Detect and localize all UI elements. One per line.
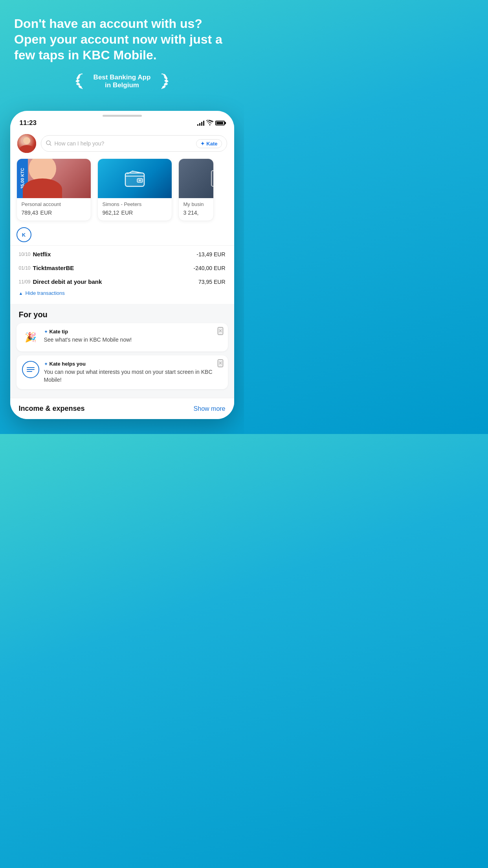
points-badge: 35,00 KTC	[17, 159, 28, 198]
for-you-title: For you	[10, 304, 234, 323]
svg-point-1	[75, 79, 80, 83]
card-personal[interactable]: 35,00 KTC Personal account 789,43 EUR	[17, 158, 91, 221]
kate-helps-label: Kate helps you	[50, 361, 86, 367]
search-placeholder: How can I help you?	[55, 140, 193, 147]
left-laurel-icon	[75, 72, 90, 90]
card-biz-body: My busin 3 214,	[179, 198, 213, 221]
svg-rect-15	[211, 171, 214, 186]
tx-name-1: Netflix	[33, 251, 197, 257]
tx-name-3: Direct debit at your bank	[33, 278, 199, 285]
kate-tip-close-button[interactable]: ×	[218, 327, 223, 335]
search-icon	[46, 140, 51, 147]
kate-helps-text: You can now put what interests you most …	[44, 368, 222, 384]
status-bar: 11:23	[10, 118, 234, 129]
tx-amount-3: 73,95 EUR	[198, 279, 225, 285]
kate-helps-card: ✦ Kate helps you You can now put what in…	[17, 355, 228, 389]
income-title: Income & expenses	[19, 405, 85, 413]
svg-point-2	[76, 83, 80, 86]
transactions-list: 10/10 Netflix -13,49 EUR 01/10 Ticktmast…	[10, 245, 234, 304]
card-simons-body: Simons - Peeters 962,12 EUR	[98, 198, 172, 221]
kate-tip-label: Kate tip	[50, 329, 68, 335]
card-biz-image	[179, 159, 214, 198]
kate-tip-icon: 🎉	[22, 329, 39, 346]
tx-amount-1: -13,49 EUR	[196, 251, 225, 257]
card-account-name-personal: Personal account	[22, 201, 86, 207]
tx-date-1: 10/10	[19, 252, 33, 257]
signal-icon	[197, 120, 204, 126]
wallet-icon	[125, 170, 145, 187]
award-text: Best Banking App in Belgium	[94, 74, 151, 89]
card-currency-personal: EUR	[40, 210, 52, 216]
tx-date-2: 01/10	[19, 265, 33, 271]
phone-notch	[10, 111, 234, 118]
cards-scroll[interactable]: 35,00 KTC Personal account 789,43 EUR	[10, 158, 234, 226]
income-footer: Income & expenses Show more	[10, 398, 234, 419]
status-icons	[197, 120, 225, 127]
table-row: 01/10 TicktmasterBE -240,00 EUR	[10, 261, 234, 275]
card-account-name-biz: My busin	[183, 201, 209, 207]
award-badge: Best Banking App in Belgium	[14, 72, 230, 90]
svg-line-11	[50, 144, 51, 145]
notch-pill	[103, 115, 142, 117]
kate-tip-content: ✦ Kate tip See what's new in KBC Mobile …	[44, 329, 222, 344]
card-simons[interactable]: Simons - Peeters 962,12 EUR	[97, 158, 172, 221]
table-row: 11/09 Direct debit at your bank 73,95 EU…	[10, 275, 234, 289]
show-more-button[interactable]: Show more	[194, 405, 226, 412]
table-row: 10/10 Netflix -13,49 EUR	[10, 247, 234, 261]
avatar[interactable]	[17, 134, 36, 153]
card-amount-biz: 3 214,	[183, 208, 209, 217]
card-personal-image: 35,00 KTC	[17, 159, 91, 198]
tx-date-3: 11/09	[19, 279, 33, 285]
hero-section: Don't have an account with us? Open your…	[0, 0, 244, 111]
hide-transactions-button[interactable]: ▲ Hide transactions	[10, 289, 234, 301]
tx-amount-2: -240,00 EUR	[194, 265, 226, 271]
wifi-icon	[206, 120, 213, 127]
card-wallet-image	[98, 159, 172, 198]
kate-tip-text: See what's new in KBC Mobile now!	[44, 336, 222, 344]
kate-label: Kate	[206, 141, 217, 147]
status-time: 11:23	[20, 119, 37, 127]
hide-transactions-label: Hide transactions	[25, 290, 64, 296]
points-text: 35,00 KTC	[20, 168, 25, 189]
card-personal-body: Personal account 789,43 EUR	[17, 198, 91, 221]
chevron-up-icon: ▲	[19, 291, 23, 296]
kate-helps-icon	[22, 361, 39, 378]
phone-device-icon	[211, 170, 214, 187]
card-account-name-simons: Simons - Peeters	[103, 201, 167, 207]
kate-helps-close-button[interactable]: ×	[218, 359, 223, 367]
phone-mockup: 11:23	[10, 111, 234, 419]
battery-icon	[215, 121, 225, 125]
card-biz[interactable]: My busin 3 214,	[178, 158, 214, 221]
phone-wrapper: 11:23	[0, 111, 244, 419]
kate-badge[interactable]: ✦ Kate	[196, 139, 222, 148]
hero-title: Don't have an account with us? Open your…	[14, 16, 230, 63]
kbc-logo-circle[interactable]: K	[17, 227, 31, 242]
kate-helps-content: ✦ Kate helps you You can now put what in…	[44, 361, 222, 384]
search-row: How can I help you? ✦ Kate	[10, 134, 234, 158]
kate-tip-card: 🎉 ✦ Kate tip See what's new in KBC Mobil…	[17, 323, 228, 351]
card-amount-personal: 789,43 EUR	[22, 208, 86, 217]
kate-star-icon: ✦	[200, 141, 205, 147]
kate-star-tip-icon: ✦	[44, 329, 48, 335]
kate-star-helps-icon: ✦	[44, 361, 48, 367]
app-content: How can I help you? ✦ Kate 35,00 KTC	[10, 129, 234, 419]
svg-point-6	[164, 79, 169, 83]
card-currency-simons: EUR	[121, 210, 133, 216]
svg-point-14	[139, 180, 141, 181]
tx-name-2: TicktmasterBE	[33, 265, 194, 271]
for-you-section: 🎉 ✦ Kate tip See what's new in KBC Mobil…	[10, 323, 234, 398]
for-you-header: For you	[10, 304, 234, 323]
search-bar[interactable]: How can I help you? ✦ Kate	[41, 135, 227, 152]
right-laurel-icon	[154, 72, 169, 90]
card-amount-simons: 962,12 EUR	[103, 208, 167, 217]
